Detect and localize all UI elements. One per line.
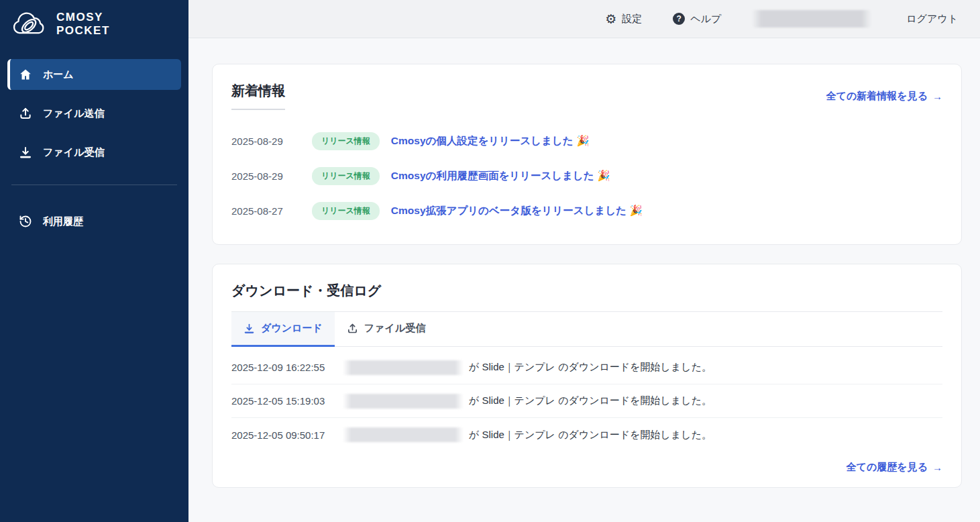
sidebar: CMOSY POCKET ホーム ファイル送信 ファイル受信 [0, 0, 188, 522]
upload-icon [347, 323, 358, 334]
news-row: 2025-08-27 リリース情報 Cmosy拡張アプリのベータ版をリリースしま… [231, 193, 942, 228]
redacted-user-name [343, 427, 464, 442]
news-date: 2025-08-29 [231, 170, 312, 182]
app-logo: CMOSY POCKET [0, 0, 188, 48]
upload-icon [18, 106, 33, 121]
news-link[interactable]: Cmosy拡張アプリのベータ版をリリースしました 🎉 [391, 204, 643, 218]
help-button[interactable]: ? ヘルプ [673, 13, 721, 25]
download-log-card: ダウンロード・受信ログ ダウンロード ファイル受信 2 [212, 264, 962, 488]
log-message: が Slide｜テンプレ のダウンロードを開始しました。 [469, 429, 712, 441]
tab-file-receive[interactable]: ファイル受信 [335, 312, 437, 347]
sidebar-item-file-receive[interactable]: ファイル受信 [7, 137, 181, 168]
party-popper-emoji: 🎉 [597, 170, 610, 181]
log-tabs: ダウンロード ファイル受信 [231, 312, 942, 347]
settings-button[interactable]: ⚙ 設定 [605, 13, 642, 25]
news-card: 新着情報 全ての新着情報を見る → 2025-08-29 リリース情報 Cmos… [212, 64, 962, 245]
news-row: 2025-08-29 リリース情報 Cmosyの個人設定をリリースしました 🎉 [231, 123, 942, 158]
cloud-paperclip-logo-icon [11, 9, 48, 39]
help-icon: ? [673, 13, 685, 25]
sidebar-item-label: ファイル受信 [43, 146, 104, 159]
download-icon [243, 323, 255, 334]
log-row: 2025-12-05 09:50:17 が Slide｜テンプレ のダウンロード… [231, 418, 942, 452]
log-row: 2025-12-09 16:22:55 が Slide｜テンプレ のダウンロード… [231, 351, 942, 384]
log-row: 2025-12-05 15:19:03 が Slide｜テンプレ のダウンロード… [231, 384, 942, 418]
log-message: が Slide｜テンプレ のダウンロードを開始しました。 [469, 361, 712, 374]
view-all-news-link[interactable]: 全ての新着情報を見る → [826, 90, 942, 103]
brand-name: CMOSY POCKET [56, 11, 110, 38]
redacted-user-name [343, 394, 464, 409]
log-message: が Slide｜テンプレ のダウンロードを開始しました。 [469, 395, 712, 407]
news-badge: リリース情報 [312, 167, 380, 185]
history-icon [18, 214, 33, 229]
news-link[interactable]: Cmosyの個人設定をリリースしました 🎉 [391, 134, 590, 148]
tab-download[interactable]: ダウンロード [231, 312, 335, 347]
sidebar-item-usage-history[interactable]: 利用履歴 [7, 206, 181, 237]
sidebar-nav: ホーム ファイル送信 ファイル受信 [0, 48, 188, 245]
news-row: 2025-08-29 リリース情報 Cmosyの利用履歴画面をリリースしました … [231, 158, 942, 193]
sidebar-item-label: ホーム [43, 68, 74, 81]
view-all-history-link[interactable]: 全ての履歴を見る → [847, 461, 942, 474]
log-timestamp: 2025-12-09 16:22:55 [231, 362, 343, 373]
log-timestamp: 2025-12-05 15:19:03 [231, 395, 343, 407]
settings-label: 設定 [622, 13, 642, 25]
content: 新着情報 全ての新着情報を見る → 2025-08-29 リリース情報 Cmos… [188, 38, 980, 507]
news-badge: リリース情報 [312, 132, 380, 150]
logout-button[interactable]: ログアウト [906, 13, 958, 25]
help-label: ヘルプ [690, 13, 721, 25]
sidebar-divider [11, 185, 177, 185]
sidebar-item-home[interactable]: ホーム [7, 59, 181, 90]
news-badge: リリース情報 [312, 202, 380, 220]
party-popper-emoji: 🎉 [576, 135, 589, 146]
log-title: ダウンロード・受信ログ [231, 282, 942, 300]
news-date: 2025-08-29 [231, 136, 312, 147]
redacted-user-name [752, 10, 871, 28]
gear-icon: ⚙ [605, 13, 616, 25]
arrow-right-icon: → [932, 462, 942, 473]
sidebar-item-label: ファイル送信 [43, 107, 104, 120]
download-icon [18, 145, 33, 160]
redacted-user-name [343, 360, 464, 375]
sidebar-item-file-send[interactable]: ファイル送信 [7, 98, 181, 129]
topbar: ⚙ 設定 ? ヘルプ ログアウト [188, 0, 980, 38]
home-icon [18, 67, 33, 82]
log-timestamp: 2025-12-05 09:50:17 [231, 429, 343, 441]
sidebar-item-label: 利用履歴 [43, 215, 83, 228]
news-date: 2025-08-27 [231, 205, 312, 217]
party-popper-emoji: 🎉 [629, 205, 642, 216]
news-link[interactable]: Cmosyの利用履歴画面をリリースしました 🎉 [391, 169, 610, 183]
news-title: 新着情報 [231, 82, 285, 110]
main-area: ⚙ 設定 ? ヘルプ ログアウト 新着情報 全ての新着情報を見る → 2025-… [188, 0, 980, 522]
arrow-right-icon: → [932, 91, 942, 102]
